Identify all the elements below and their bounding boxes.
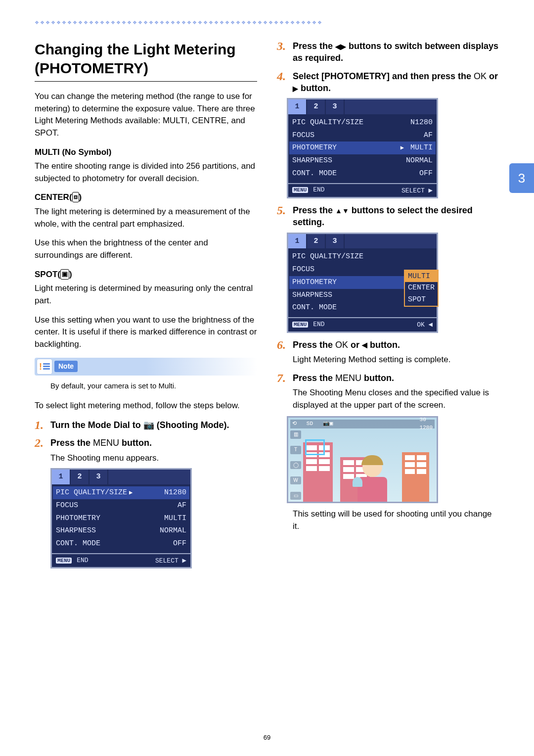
- step2-post: button.: [119, 438, 152, 448]
- spot-heading-pre: SPOT(: [35, 270, 60, 279]
- step6-c: button.: [367, 340, 400, 350]
- step6-b: or: [348, 340, 362, 350]
- center-paragraph-1: The light metering is determined by a me…: [35, 206, 257, 230]
- lcd1-val-sharp: NORMAL: [160, 525, 186, 536]
- lcd1-row-cont: CONT. MODE: [56, 538, 100, 549]
- lcd3-row-cont: CONT. MODE: [292, 302, 337, 313]
- right-triangle-icon: ▶: [429, 186, 433, 195]
- lcd3-row-sharp: SHARPNESS: [292, 290, 332, 301]
- lcd2-val-focus: AF: [424, 130, 433, 141]
- lcd1-footer-menu: MENU: [56, 558, 72, 564]
- lcd2-footer-menu: MENU: [292, 187, 308, 193]
- steps-intro: To select light metering method, follow …: [35, 400, 257, 412]
- lcd1-row-sharp: SHARPNESS: [56, 525, 96, 536]
- lcd2-row-cont: CONT. MODE: [292, 168, 337, 179]
- right-triangle-icon: ▶: [182, 556, 186, 566]
- lcd3-tab-1: 1: [288, 234, 307, 249]
- center-heading-post: ): [79, 192, 82, 202]
- lcd1-tab-1: 1: [52, 470, 71, 484]
- lcd1-footer-end: END: [77, 557, 88, 564]
- lcd1-footer-select: SELECT: [155, 557, 178, 564]
- lcd3-opt-multi: MULTI: [405, 271, 438, 283]
- lcd2-val-sharp: NORMAL: [406, 155, 433, 166]
- lcd1-tab-3: 3: [89, 470, 108, 484]
- spot-paragraph-2: Use this setting when you want to use th…: [35, 314, 257, 351]
- title-underline: [35, 81, 257, 82]
- right-arrow-icon: ▶: [127, 489, 134, 496]
- note-icon: !: [37, 359, 52, 375]
- lcd3-row-pic: PIC QUALITY/SIZE: [292, 251, 363, 262]
- step-1-heading: 1. Turn the Mode Dial to 📷 (Shooting Mod…: [35, 419, 257, 431]
- lcd3-opt-center: CENTER: [405, 282, 438, 294]
- lcd1-val-cont: OFF: [173, 538, 186, 549]
- step4-ok: OK: [474, 71, 487, 81]
- left-right-arrows-icon: ◀▶: [335, 42, 346, 51]
- left-triangle-icon: ◀: [429, 320, 433, 330]
- lcd2-val-pic: N1280: [410, 117, 433, 128]
- step-3-heading: 3. Press the ◀▶ buttons to switch betwee…: [277, 40, 499, 64]
- lcd1-row-photo: PHOTOMETRY: [56, 513, 100, 524]
- lcd2-footer-select: SELECT: [401, 187, 425, 194]
- lcd-menu-1: 1 2 3 PIC QUALITY/SIZE▶ N1280 FOCUSAF PH…: [50, 468, 192, 568]
- lcd1-row-focus: FOCUS: [56, 500, 78, 511]
- lcd3-tab-3: 3: [326, 234, 345, 249]
- camera-icon: 📷: [143, 419, 154, 431]
- note-label: Note: [54, 361, 78, 372]
- illus-left-icons: ▥T◯W▭: [290, 430, 301, 500]
- step4-a: Select [PHOTOMETRY] and then press the: [293, 71, 474, 81]
- step-7-tail: This setting will be used for shooting u…: [293, 508, 499, 532]
- lcd1-row-pic: PIC QUALITY/SIZE: [56, 488, 127, 497]
- focus-square-icon: [305, 439, 325, 455]
- step7-menu: MENU: [335, 373, 361, 383]
- step-6-body: Light Metering Method setting is complet…: [293, 354, 499, 366]
- lcd1-val-photo: MULTI: [164, 513, 186, 524]
- lcd2-row-sharp: SHARPNESS: [292, 155, 332, 166]
- intro-paragraph: You can change the metering method (the …: [35, 91, 257, 140]
- lcd3-options-popup: MULTI CENTER SPOT: [404, 270, 439, 307]
- step-2-body: The Shooting menu appears.: [50, 452, 257, 465]
- illus-top-icons: ⟲ SD 📷▣: [292, 420, 333, 428]
- lcd3-row-photo: PHOTOMETRY: [292, 277, 337, 288]
- lcd-menu-3: 1 2 3 PIC QUALITY/SIZE FOCUS PHOTOMETRY …: [287, 233, 438, 333]
- lcd3-footer-end: END: [313, 321, 324, 328]
- right-arrow-icon: ▶: [399, 144, 406, 151]
- lcd2-row-pic: PIC QUALITY/SIZE: [292, 117, 363, 128]
- section-tab-3: 3: [509, 163, 534, 193]
- multi-paragraph: The entire shooting range is divided int…: [35, 160, 257, 185]
- note-box: ! Note By default, your camera is set to…: [35, 358, 257, 391]
- step4-b: or: [487, 71, 498, 81]
- lcd2-footer-end: END: [313, 186, 324, 193]
- step6-ok: OK: [335, 340, 348, 350]
- lcd3-tab-2: 2: [307, 234, 326, 249]
- step-4-heading: 4. Select [PHOTOMETRY] and then press th…: [277, 70, 499, 94]
- step4-c: button.: [298, 83, 331, 93]
- right-triangle-icon: ▶: [293, 84, 298, 94]
- left-column: Changing the Light Metering (PHOTOMETRY)…: [35, 40, 257, 574]
- step6-pre: Press the: [293, 340, 335, 350]
- lcd2-val-cont: OFF: [419, 168, 433, 179]
- lcd2-tab-3: 3: [326, 99, 345, 114]
- step2-menu: MENU: [93, 438, 119, 448]
- lcd1-tab-2: 2: [71, 470, 89, 484]
- step5-pre: Press the: [293, 205, 335, 215]
- spot-paragraph-1: Light metering is determined by measurin…: [35, 283, 257, 307]
- lcd2-tab-2: 2: [307, 99, 326, 114]
- step-2-heading: 2. Press the MENU button.: [35, 437, 257, 449]
- page-number: 69: [0, 734, 534, 741]
- step-7-body: The Shooting Menu closes and the specifi…: [293, 387, 499, 411]
- lcd3-row-focus: FOCUS: [292, 264, 314, 275]
- decorative-diamond-row: ❖❖❖❖❖❖❖❖❖❖❖❖❖❖❖❖❖❖❖❖❖❖❖❖❖❖❖❖❖❖❖❖❖❖❖❖❖❖❖❖…: [35, 20, 499, 25]
- center-mode-icon: ⧈: [72, 192, 79, 202]
- lcd2-row-focus: FOCUS: [292, 130, 314, 141]
- step1-post: (Shooting Mode).: [154, 420, 229, 430]
- up-down-arrows-icon: ▲▼: [335, 206, 349, 216]
- step-5-heading: 5. Press the ▲▼ buttons to select the de…: [277, 204, 499, 229]
- lcd2-row-photo: PHOTOMETRY: [292, 143, 337, 152]
- result-illustration: ⟲ SD 📷▣ 30 1280 ▥T◯W▭: [287, 416, 438, 503]
- step1-pre: Turn the Mode Dial to: [50, 420, 143, 430]
- multi-heading: MULTI (No Symbol): [35, 146, 257, 159]
- illus-count: 30: [420, 417, 426, 423]
- lcd1-val-pic: N1280: [164, 487, 186, 498]
- left-triangle-icon: ◀: [362, 340, 367, 350]
- lcd-menu-2: 1 2 3 PIC QUALITY/SIZEN1280 FOCUSAF PHOT…: [287, 98, 438, 198]
